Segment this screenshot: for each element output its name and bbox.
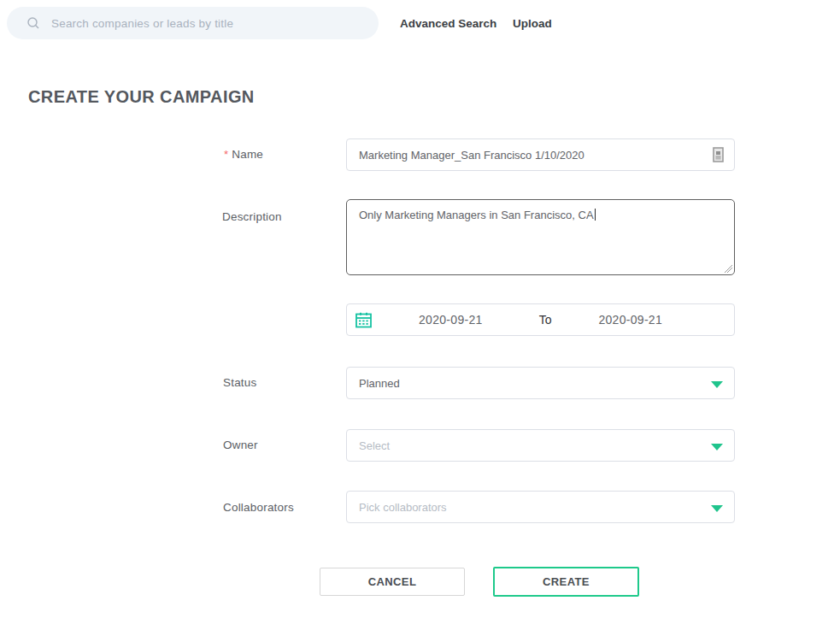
required-marker: *: [224, 148, 228, 161]
start-date-value[interactable]: 2020-09-21: [419, 313, 483, 327]
description-textarea[interactable]: Only Marketing Managers in San Francisco…: [346, 199, 735, 275]
description-value: Only Marketing Managers in San Francisco…: [359, 209, 594, 221]
create-button[interactable]: CREATE: [493, 567, 639, 597]
name-label: *Name: [224, 148, 263, 161]
collaborators-select[interactable]: Pick collaborators: [346, 491, 735, 523]
search-icon: [26, 16, 40, 30]
calendar-icon: [355, 312, 372, 328]
advanced-search-link[interactable]: Advanced Search: [400, 17, 496, 30]
text-cursor: [595, 209, 596, 221]
date-separator: To: [539, 313, 552, 327]
date-range-picker[interactable]: 2020-09-21 To 2020-09-21: [346, 303, 735, 336]
end-date-value[interactable]: 2020-09-21: [598, 313, 662, 327]
chevron-down-icon: [711, 381, 723, 388]
owner-label: Owner: [223, 439, 258, 451]
search-input[interactable]: Search companies or leads by title: [7, 7, 379, 39]
status-select-value: Planned: [359, 377, 400, 390]
cancel-button[interactable]: CANCEL: [320, 568, 465, 596]
campaign-name-input[interactable]: [346, 138, 735, 171]
chevron-down-icon: [711, 444, 723, 450]
status-label: Status: [223, 376, 256, 389]
page-title: CREATE YOUR CAMPAIGN: [28, 87, 255, 107]
search-placeholder: Search companies or leads by title: [51, 17, 233, 30]
description-label: Description: [222, 210, 282, 223]
collaborators-label: Collaborators: [223, 501, 294, 514]
resize-handle-icon[interactable]: [725, 265, 732, 273]
upload-link[interactable]: Upload: [513, 17, 552, 30]
collaborators-select-placeholder: Pick collaborators: [359, 501, 447, 514]
autofill-icon: [712, 146, 725, 163]
name-label-text: Name: [232, 148, 263, 161]
owner-select[interactable]: Select: [346, 429, 735, 462]
chevron-down-icon: [711, 505, 723, 512]
status-select[interactable]: Planned: [346, 367, 735, 399]
owner-select-placeholder: Select: [359, 439, 390, 452]
